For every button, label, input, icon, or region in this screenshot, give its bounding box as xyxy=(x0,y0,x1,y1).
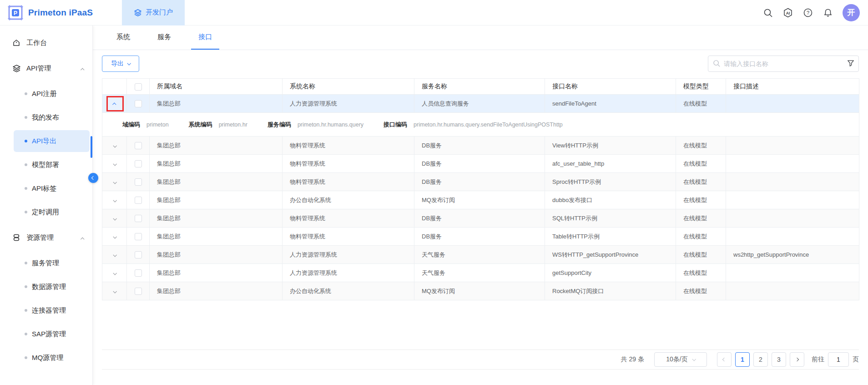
api-code-label: 接口编码 xyxy=(384,121,407,129)
page-button-3[interactable]: 3 xyxy=(772,352,786,367)
tab-service[interactable]: 服务 xyxy=(150,25,178,50)
sidebar-item-scheduled-call[interactable]: 定时调用 xyxy=(14,201,90,223)
sidebar-group-api[interactable]: API管理 xyxy=(0,56,92,81)
expand-row-icon[interactable] xyxy=(113,251,116,258)
sidebar-item-label: 模型部署 xyxy=(32,161,59,169)
expand-row-icon[interactable] xyxy=(113,160,116,167)
expand-row-icon[interactable] xyxy=(113,142,116,149)
row-checkbox[interactable] xyxy=(135,288,142,295)
chevron-right-icon xyxy=(795,358,799,361)
row-checkbox[interactable] xyxy=(135,233,142,240)
dot-icon xyxy=(25,211,27,213)
dot-icon xyxy=(25,262,27,264)
sidebar-item-sap-source-mgmt[interactable]: SAP源管理 xyxy=(14,323,90,345)
expand-row-icon[interactable] xyxy=(113,233,116,240)
table-row[interactable]: 集团总部 人力资源管理系统 人员信息查询服务 sendFileToAgent 在… xyxy=(102,95,859,113)
table-row[interactable]: 集团总部 人力资源管理系统 天气服务 getSupportCity 在线模型 xyxy=(102,264,859,282)
sidebar-item-model-deploy[interactable]: 模型部署 xyxy=(14,154,90,176)
expand-row-icon[interactable] xyxy=(113,197,116,203)
page-size-value: 10条/页 xyxy=(666,355,687,364)
bell-icon[interactable] xyxy=(823,7,833,18)
sidebar-group-label: API管理 xyxy=(26,64,76,73)
filter-icon[interactable] xyxy=(847,59,855,67)
row-checkbox[interactable] xyxy=(135,215,142,222)
portal-tab-dev[interactable]: 开发门户 xyxy=(122,0,185,25)
expand-row-icon[interactable] xyxy=(113,269,116,276)
sidebar-item-api-register[interactable]: API注册 xyxy=(14,83,90,105)
tab-bar: 系统 服务 接口 xyxy=(93,25,868,50)
app-logo: P Primeton iPaaS xyxy=(0,5,122,21)
page-size-select[interactable]: 10条/页 xyxy=(654,352,707,367)
row-checkbox[interactable] xyxy=(135,160,142,167)
user-avatar[interactable]: 开 xyxy=(843,4,860,21)
table-row[interactable]: 集团总部 办公自动化系统 MQ发布订阅 dubbo发布接口 在线模型 xyxy=(102,191,859,209)
row-checkbox[interactable] xyxy=(135,142,142,149)
table-row[interactable]: 集团总部 物料管理系统 DB服务 Table转HTTP示例 在线模型 xyxy=(102,228,859,246)
table-row[interactable]: 集团总部 物料管理系统 DB服务 afc_user_table_http 在线模… xyxy=(102,155,859,173)
row-checkbox[interactable] xyxy=(135,251,142,258)
dot-icon xyxy=(25,356,27,359)
page-unit-label: 页 xyxy=(853,355,859,364)
expand-row-icon[interactable] xyxy=(113,215,116,222)
select-all-checkbox[interactable] xyxy=(135,83,142,91)
row-checkbox[interactable] xyxy=(135,269,142,277)
sidebar-item-datasource-mgmt[interactable]: 数据源管理 xyxy=(14,276,90,298)
total-count: 共 29 条 xyxy=(621,355,644,364)
page-button-2[interactable]: 2 xyxy=(753,352,768,367)
sidebar-item-my-publish[interactable]: 我的发布 xyxy=(14,106,90,128)
api-code-value: primeton.hr.humans.query.sendFileToAgent… xyxy=(414,122,563,128)
expand-row-icon[interactable] xyxy=(113,178,116,185)
sidebar-group-resource[interactable]: 资源管理 xyxy=(0,225,92,250)
search-input[interactable] xyxy=(708,56,859,72)
next-page-button[interactable] xyxy=(790,352,804,367)
sidebar-group-label: 资源管理 xyxy=(26,233,76,242)
row-checkbox[interactable] xyxy=(135,197,142,204)
chevron-down-icon xyxy=(692,357,696,361)
sidebar-item-connector-mgmt[interactable]: 连接器管理 xyxy=(14,299,90,321)
help-icon[interactable]: ? xyxy=(802,7,813,18)
search-icon[interactable] xyxy=(762,7,773,18)
table-row[interactable]: 集团总部 物料管理系统 DB服务 View转HTTP示例 在线模型 xyxy=(102,137,859,155)
table-row[interactable]: 集团总部 人力资源管理系统 天气服务 WS转HTTP_getSupportPro… xyxy=(102,246,859,264)
ai-icon[interactable]: AI xyxy=(782,7,793,18)
domain-code-label: 域编码 xyxy=(122,121,140,129)
sidebar-item-label: 定时调用 xyxy=(32,208,59,217)
col-api: 接口名称 xyxy=(545,79,676,95)
pagination-bar: 共 29 条 10条/页 1 2 3 前往 页 xyxy=(102,350,859,370)
row-checkbox[interactable] xyxy=(135,100,142,107)
table-row[interactable]: 集团总部 物料管理系统 DB服务 SQL转HTTP示例 在线模型 xyxy=(102,209,859,228)
sidebar-collapse-button[interactable] xyxy=(88,173,98,183)
expand-row-icon[interactable] xyxy=(113,288,116,294)
export-button[interactable]: 导出 xyxy=(102,56,139,72)
tab-system[interactable]: 系统 xyxy=(109,25,137,50)
sidebar-item-api-tags[interactable]: API标签 xyxy=(14,177,90,199)
sidebar-item-service-mgmt[interactable]: 服务管理 xyxy=(14,252,90,274)
prev-page-button[interactable] xyxy=(717,352,732,367)
col-model: 模型类型 xyxy=(676,79,726,95)
select-all-header xyxy=(127,79,150,95)
svg-text:AI: AI xyxy=(786,10,790,15)
sidebar-scroll-indicator[interactable] xyxy=(91,136,92,158)
sidebar-item-api-export[interactable]: API导出 xyxy=(14,130,90,152)
table-row[interactable]: 集团总部 物料管理系统 DB服务 Sproc转HTTP示例 在线模型 xyxy=(102,173,859,191)
service-code-value: primeton.hr.humans.query xyxy=(298,122,363,128)
row-checkbox[interactable] xyxy=(135,178,142,186)
col-service: 服务名称 xyxy=(414,79,545,95)
collapse-row-icon[interactable] xyxy=(113,100,116,107)
search-box xyxy=(708,56,859,72)
chevron-up-icon xyxy=(81,65,92,72)
sidebar-item-label: SAP源管理 xyxy=(32,330,66,339)
col-system: 系统名称 xyxy=(283,79,414,95)
page-button-1[interactable]: 1 xyxy=(735,352,750,367)
dot-icon xyxy=(25,333,27,335)
chevron-left-icon xyxy=(722,358,726,361)
svg-text:P: P xyxy=(14,10,17,16)
service-code-label: 服务编码 xyxy=(267,121,291,129)
goto-page-input[interactable] xyxy=(828,352,849,367)
sidebar-item-workbench[interactable]: 工作台 xyxy=(0,30,92,56)
table-header-row: 所属域名 系统名称 服务名称 接口名称 模型类型 接口描述 xyxy=(102,79,859,95)
sidebar-item-mq-source-mgmt[interactable]: MQ源管理 xyxy=(14,347,90,369)
sidebar-item-label: 服务管理 xyxy=(32,259,59,268)
tab-interface[interactable]: 接口 xyxy=(191,25,219,50)
table-row[interactable]: 集团总部 办公自动化系统 MQ发布订阅 RocketMQ订阅接口 在线模型 xyxy=(102,282,859,300)
